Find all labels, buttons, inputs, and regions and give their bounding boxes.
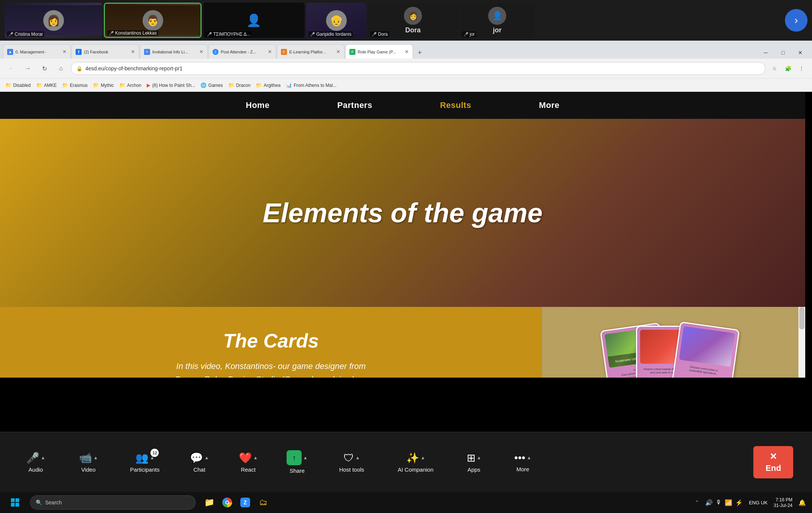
zoom-video-btn[interactable]: 📹 ▲ Video — [71, 452, 105, 473]
tab-management[interactable]: ▲ 0. Management - ✕ — [3, 44, 71, 59]
participant-tile-tsimpoures[interactable]: 👤 🎤 ΤΣΙΜΠΟΥΡΗΣ Δ... — [203, 3, 305, 38]
zoom-audio-btn[interactable]: 🎤 ▲ Audio — [19, 452, 53, 473]
tab-roleplay[interactable]: R Role Play Game (P... ✕ — [345, 44, 413, 59]
tray-expand[interactable]: ⌃ — [695, 499, 699, 505]
video-caret[interactable]: ▲ — [94, 455, 98, 460]
tab-label-elearning: E-Learning Platfor... — [289, 50, 326, 54]
new-tab-button[interactable]: + — [414, 47, 426, 59]
end-meeting-button[interactable]: ✕ End — [753, 446, 793, 478]
hero-section: Elements of the game — [0, 119, 805, 307]
tab-close-management[interactable]: ✕ — [62, 49, 67, 55]
maximize-button[interactable]: □ — [774, 47, 792, 59]
nav-home[interactable]: Home — [246, 100, 270, 110]
back-button[interactable]: ← — [5, 62, 18, 75]
react-caret[interactable]: ▲ — [253, 455, 258, 460]
site-navigation: Home Partners Results More — [0, 92, 805, 119]
start-button[interactable] — [6, 493, 24, 511]
zoom-ai-btn[interactable]: ✨ ▲ AI Companion — [391, 452, 440, 473]
apps-caret[interactable]: ▲ — [477, 455, 481, 460]
notification-bell[interactable]: 🔔 — [798, 499, 806, 506]
scrollbar-thumb[interactable] — [799, 307, 804, 329]
zoom-apps-btn[interactable]: ⊞ ▲ Apps — [459, 452, 489, 473]
extension-icon[interactable]: 🧩 — [782, 62, 794, 74]
url-input[interactable]: 🔒 4esd.eu/copy-of-benchmarking-report-pr… — [71, 62, 765, 75]
participant-tile-garipidis[interactable]: 👴 🎤 Garipidis Iordanis — [306, 3, 366, 38]
bookmark-games[interactable]: 🌐 Games — [200, 82, 223, 88]
bookmark-disabled[interactable]: 📁 Disabled — [5, 82, 31, 88]
cards-section: The Cards In this video, Konstantinos- o… — [0, 307, 805, 378]
close-button[interactable]: ✕ — [792, 47, 809, 59]
tab-close-roleplay[interactable]: ✕ — [405, 49, 409, 55]
tab-elearning[interactable]: E E-Learning Platfor... ✕ — [277, 44, 345, 59]
tab-close-facebook[interactable]: ✕ — [131, 49, 135, 55]
wifi-icon: 📶 — [725, 499, 732, 506]
nav-results[interactable]: Results — [440, 100, 471, 110]
participant-tile-cristina[interactable]: 👩 🎤 Cristina Morar — [5, 3, 102, 38]
share-icon: ↑ — [287, 450, 302, 465]
taskbar-search-placeholder: Search — [45, 499, 62, 505]
zoom-more-btn[interactable]: ••• ▲ More — [508, 452, 538, 472]
file-explorer-icon[interactable]: 📁 — [202, 495, 217, 510]
ai-caret[interactable]: ▲ — [421, 455, 425, 460]
participant-tile-jor[interactable]: 👤 jor 🎤 jor — [460, 3, 535, 38]
zoom-share-btn[interactable]: ↑ ▲ Share — [282, 450, 312, 474]
folder-icon-dracon: 📁 — [228, 82, 234, 88]
file-manager-icon[interactable]: 🗂 — [256, 495, 271, 510]
zoom-hosttools-btn[interactable]: 🛡 ▲ Host tools — [331, 452, 372, 473]
bookmark-paint[interactable]: ▶ (6) How to Paint Sh... — [147, 82, 195, 88]
globe-icon: 🌐 — [200, 82, 206, 88]
bookmark-erasmus[interactable]: 📁 Erasmus — [62, 82, 88, 88]
bookmark-archon[interactable]: 📁 Archon — [119, 82, 141, 88]
bookmark-athens[interactable]: 📊 From Athens to Mal... — [286, 82, 337, 88]
video-icon: 📹 — [79, 452, 92, 464]
zoom-participants-btn[interactable]: 👥 12 ▲ Participants — [124, 452, 165, 473]
participants-badge: 12 — [150, 449, 159, 457]
home-button[interactable]: ⌂ — [54, 62, 68, 75]
zoom-end-section: ✕ End — [753, 446, 793, 478]
participant-tile-dora[interactable]: 👩 Dora 🎤 Dora — [368, 3, 458, 38]
bookmark-argithea[interactable]: 📁 Argithea — [256, 82, 281, 88]
react-icon: ❤️ — [239, 452, 252, 464]
more-caret[interactable]: ▲ — [527, 455, 531, 460]
tab-label-management: 0. Management - — [15, 50, 47, 54]
zoom-taskbar-icon[interactable]: Z — [238, 495, 253, 510]
participant-name-cristina: 🎤 Cristina Morar — [7, 31, 44, 37]
minimize-button[interactable]: ─ — [757, 47, 774, 59]
nav-more[interactable]: More — [539, 100, 560, 110]
zoom-chat-btn[interactable]: 💬 ▲ Chat — [184, 452, 214, 473]
browser-menu[interactable]: ⋮ — [795, 62, 807, 74]
end-x-icon: ✕ — [770, 451, 777, 462]
bookmarks-bar: 📁 Disabled 📁 AMKE 📁 Erasmus 📁 Mythic 📁 A… — [0, 78, 812, 92]
hero-title: Elements of the game — [263, 197, 542, 228]
bookmark-star[interactable]: ☆ — [768, 62, 780, 74]
zoom-react-btn[interactable]: ❤️ ▲ React — [233, 452, 263, 473]
cards-section-description: In this video, Konstantinos- our game de… — [175, 360, 367, 378]
youtube-icon: ▶ — [147, 82, 150, 88]
bookmark-mythic[interactable]: 📁 Mythic — [93, 82, 114, 88]
participants-nav-right[interactable]: › — [785, 9, 807, 32]
participant-tile-konstantinos[interactable]: 👨 🎤 Konstantinos Lekkas — [104, 3, 202, 38]
system-clock[interactable]: 7:16 PM 31-Jul-24 — [774, 497, 792, 508]
bookmark-dracon[interactable]: 📁 Dracon — [228, 82, 251, 88]
tab-label-facebook: (2) Facebook — [84, 50, 108, 54]
tab-close-elearning[interactable]: ✕ — [336, 49, 340, 55]
folder-icon-erasmus: 📁 — [62, 82, 68, 88]
tab-close-invitational[interactable]: ✕ — [199, 49, 203, 55]
forward-button[interactable]: → — [21, 62, 35, 75]
tab-facebook[interactable]: f (2) Facebook ✕ — [71, 44, 139, 59]
language-indicator[interactable]: ENG UK — [749, 500, 768, 505]
taskbar-search[interactable]: 🔍 Search — [30, 495, 196, 510]
bookmark-amke[interactable]: 📁 AMKE — [36, 82, 57, 88]
audio-caret[interactable]: ▲ — [41, 455, 46, 460]
chrome-icon[interactable] — [220, 495, 235, 510]
share-caret[interactable]: ▲ — [303, 455, 308, 460]
nav-partners[interactable]: Partners — [337, 100, 372, 110]
website-scrollbar[interactable] — [798, 307, 805, 378]
tab-close-postattendee[interactable]: ✕ — [268, 49, 272, 55]
hosttools-caret[interactable]: ▲ — [355, 455, 360, 460]
tab-postattendee[interactable]: Z Post Attendee - Z... ✕ — [208, 44, 276, 59]
tab-invitational[interactable]: ≡ Invitational Info Li... ✕ — [140, 44, 208, 59]
chat-caret[interactable]: ▲ — [205, 455, 209, 460]
reload-button[interactable]: ↻ — [38, 62, 51, 75]
folder-icon: 📁 — [5, 82, 11, 88]
